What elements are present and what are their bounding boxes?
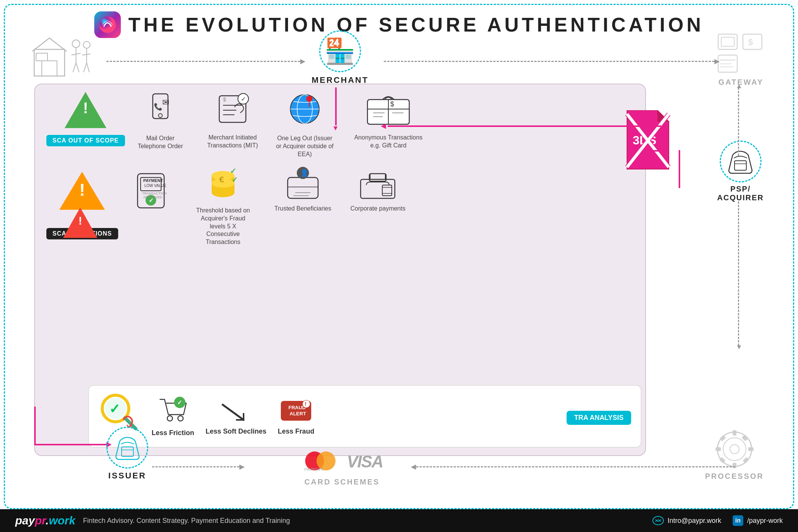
- svg-text:APPROVED: APPROVED: [143, 195, 163, 199]
- shopper-merchant-arrow: ▶: [106, 61, 300, 62]
- svg-text:ALERT: ALERT: [290, 411, 306, 416]
- shopper-icon: [30, 30, 91, 86]
- svg-rect-92: [122, 447, 133, 456]
- sca-out-badge: SCA OUT OF SCOPE: [46, 135, 125, 146]
- svg-line-6: [73, 63, 76, 72]
- psp-processor-line: ▼: [738, 201, 739, 346]
- page-title: THE EVOLUTION OF SECURE AUTHENTICATION: [128, 13, 704, 36]
- svg-text:€: €: [219, 175, 224, 184]
- svg-rect-2: [42, 61, 57, 76]
- svg-point-0: [99, 16, 116, 33]
- warning-triangle-red: !: [63, 207, 97, 239]
- svg-text:$: $: [223, 97, 226, 103]
- decline-arrow-icon: [221, 397, 251, 425]
- fraud-alert-icon: FRAUD ALERT !: [279, 397, 313, 425]
- corporate-label: Corporate payments: [350, 205, 405, 213]
- svg-text:👤: 👤: [300, 169, 309, 177]
- footer-email-area: Intro@paypr.work: [652, 516, 721, 526]
- footer-email: Intro@paypr.work: [668, 517, 721, 525]
- svg-text:$: $: [748, 37, 753, 47]
- one-leg-out-item: One Leg Out (Issuer or Acquirer outside …: [274, 92, 335, 158]
- pink-v-arrow-mid: [679, 150, 680, 188]
- svg-point-74: [167, 416, 173, 421]
- threshold-label: Threshold based on Acquirer's Fraud leve…: [193, 207, 253, 246]
- svg-point-23: [158, 114, 162, 117]
- anonymous-tx-label: Anonymous Transactions e.g. Gift Card: [354, 134, 423, 150]
- svg-text:!: !: [305, 401, 307, 407]
- svg-text:✓: ✓: [230, 167, 236, 175]
- corporate-payments-item: Corporate payments: [350, 166, 405, 213]
- phone-mail-icon: 📞 ✉: [141, 92, 179, 131]
- tra-analysis-badge: TRA ANALYSIS: [567, 411, 631, 425]
- footer-bar: paypr.work Fintech Advisory. Content Str…: [0, 509, 798, 532]
- svg-line-12: [87, 63, 89, 72]
- svg-rect-103: [748, 447, 754, 451]
- svg-point-75: [178, 416, 183, 421]
- sca-out-scope-section: ! SCA OUT OF SCOPE: [46, 92, 125, 146]
- svg-rect-102: [716, 447, 721, 451]
- content-box: ! SCA OUT OF SCOPE 📞 ✉ Mail Order Teleph…: [34, 84, 646, 456]
- issuer-icon: [106, 427, 148, 469]
- footer-right: Intro@paypr.work in /paypr-work: [652, 515, 783, 526]
- card-scheme-logos: mastercard VISA: [301, 450, 383, 474]
- svg-point-3: [72, 40, 80, 48]
- svg-text:TRANSACTION: TRANSACTION: [142, 192, 167, 195]
- svg-rect-105: [743, 457, 749, 464]
- mastercard-icon: mastercard: [301, 450, 339, 474]
- trusted-bene-label: Trusted Beneficiaries: [274, 205, 331, 213]
- coins-icon: € ✓ ✓: [204, 164, 242, 204]
- svg-rect-13: [36, 53, 48, 61]
- mit-item: ✓ $ Merchant Initiated Transactions (MIT…: [202, 92, 263, 150]
- tds-document: 3DS: [623, 110, 673, 173]
- pink-v-arrow-1: ▼: [335, 87, 337, 125]
- warning-triangle-green: !: [65, 92, 106, 130]
- warning-triangle-yellow: !: [59, 172, 105, 211]
- pink-h-bottom: ▶: [34, 444, 106, 445]
- svg-text:✓: ✓: [231, 176, 238, 184]
- mail-order-label: Mail Order Telephone Order: [134, 135, 187, 150]
- card-schemes-label: CARD SCHEMES: [304, 478, 380, 486]
- less-friction-item: ✓ Less Friction: [152, 396, 194, 437]
- title-area: THE EVOLUTION OF SECURE AUTHENTICATION: [0, 11, 798, 38]
- svg-rect-60: [288, 177, 318, 198]
- svg-rect-67: [382, 185, 392, 196]
- svg-text:PAYMENT: PAYMENT: [143, 178, 163, 183]
- footer-linkedin-area: in /paypr-work: [733, 515, 783, 526]
- merchant-icon: 🏪: [319, 30, 361, 72]
- pink-v-left: [34, 407, 36, 445]
- globe-icon: [286, 92, 324, 131]
- one-leg-out-label: One Leg Out (Issuer or Acquirer outside …: [274, 135, 335, 158]
- svg-text:✓: ✓: [241, 96, 246, 102]
- tra-box: ✓ ✓ Less Friction: [88, 385, 641, 448]
- footer-tagline: Fintech Advisory. Content Strategy. Paym…: [83, 517, 290, 525]
- merchant-gateway-arrow: ▶: [384, 61, 714, 62]
- svg-point-108: [653, 516, 663, 525]
- linkedin-icon: in: [733, 515, 743, 526]
- svg-line-7: [76, 63, 79, 72]
- psp-gateway-line: ▲: [738, 87, 739, 156]
- gateway-area: $ GATEWAY: [714, 30, 768, 87]
- svg-rect-100: [733, 430, 736, 435]
- footer-logo: paypr.work: [15, 514, 75, 527]
- psp-icon: [720, 141, 762, 182]
- mit-label: Merchant Initiated Transactions (MIT): [202, 134, 263, 150]
- trusted-bene-item: 👤 Trusted Beneficiaries: [274, 166, 331, 213]
- card-processor-arrow: ◀: [416, 466, 735, 467]
- low-value-item: PAYMENT LOW VALUE ✓ TRANSACTION APPROVED: [134, 172, 168, 211]
- svg-rect-106: [741, 435, 748, 442]
- psp-label: PSP/ACQUIRER: [717, 185, 764, 202]
- threshold-item: € ✓ ✓ Threshold based on Acquirer's Frau…: [193, 164, 253, 246]
- less-fraud-label: Less Fraud: [278, 428, 314, 435]
- card-schemes-area: mastercard VISA CARD SCHEMES: [209, 450, 475, 486]
- pink-h-arrow-mid: [642, 150, 661, 152]
- footer-left: paypr.work Fintech Advisory. Content Str…: [15, 514, 290, 527]
- svg-point-98: [723, 438, 746, 461]
- cart-icon: ✓: [158, 396, 188, 427]
- less-friction-label: Less Friction: [152, 429, 194, 437]
- merchant-area: 🏪 MERCHANT: [312, 30, 369, 85]
- svg-rect-90: [735, 161, 746, 170]
- svg-text:mastercard: mastercard: [304, 467, 323, 471]
- svg-text:LOW VALUE: LOW VALUE: [144, 184, 166, 188]
- svg-text:$: $: [390, 100, 394, 108]
- svg-line-11: [84, 63, 87, 72]
